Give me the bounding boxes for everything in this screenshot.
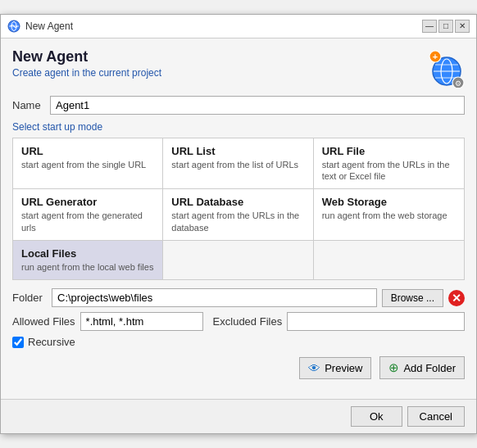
allowed-files-label: Allowed Files xyxy=(12,315,75,328)
add-folder-label: Add Folder xyxy=(403,362,456,374)
header-globe-icon: + ⚙ xyxy=(425,48,465,88)
minimize-button[interactable]: — xyxy=(422,20,437,33)
mode-url-generator-name: URL Generator xyxy=(21,196,154,208)
bottom-bar: Ok Cancel xyxy=(1,399,476,433)
titlebar-left: New Agent xyxy=(7,20,73,33)
name-input[interactable] xyxy=(50,96,465,115)
excluded-files-input[interactable] xyxy=(287,312,465,331)
delete-folder-button[interactable]: ✕ xyxy=(448,290,465,306)
mode-url-file-name: URL File xyxy=(322,145,456,157)
mode-url-list-name: URL List xyxy=(171,145,304,157)
recursive-row: Recursive xyxy=(12,336,465,348)
allowed-files-input[interactable] xyxy=(80,312,203,331)
titlebar: New Agent — □ ✕ xyxy=(1,15,476,38)
modes-grid: URL start agent from the single URL URL … xyxy=(12,138,465,280)
mode-web-storage-name: Web Storage xyxy=(322,196,456,208)
mode-empty-1 xyxy=(163,241,313,279)
select-mode-label: Select start up mode xyxy=(12,121,465,133)
mode-url-name: URL xyxy=(21,145,154,157)
close-button[interactable]: ✕ xyxy=(455,20,470,33)
folder-label: Folder xyxy=(12,292,47,304)
recursive-checkbox[interactable] xyxy=(12,337,24,348)
svg-text:⚙: ⚙ xyxy=(455,79,461,88)
window-icon xyxy=(7,20,20,33)
page-title: New Agent xyxy=(12,48,161,66)
recursive-label: Recursive xyxy=(28,336,75,348)
mode-url-desc: start agent from the single URL xyxy=(21,159,154,170)
content: New Agent Create agent in the current pr… xyxy=(1,38,476,399)
svg-text:+: + xyxy=(433,52,438,61)
preview-button[interactable]: 👁 Preview xyxy=(299,357,371,379)
folder-row: Folder Browse ... ✕ xyxy=(12,288,465,307)
mode-url-database-desc: start agent from the URLs in the databas… xyxy=(171,210,304,233)
mode-local-files-desc: run agent from the local web files xyxy=(21,261,154,273)
mode-web-storage-desc: run agent from the web storage xyxy=(322,210,456,221)
ok-button[interactable]: Ok xyxy=(351,406,402,427)
mode-local-files[interactable]: Local Files run agent from the local web… xyxy=(13,241,163,279)
mode-empty-2 xyxy=(314,241,464,279)
add-folder-button[interactable]: ⊕ Add Folder xyxy=(379,356,465,379)
cancel-button[interactable]: Cancel xyxy=(407,406,465,427)
mode-url-file-desc: start agent from the URLs in the text or… xyxy=(322,159,456,183)
name-row: Name xyxy=(12,96,465,115)
mode-url-generator-desc: start agent from the generated urls xyxy=(21,210,154,233)
page-subtitle: Create agent in the current project xyxy=(12,67,161,79)
preview-label: Preview xyxy=(325,362,362,374)
page-header: New Agent Create agent in the current pr… xyxy=(12,48,465,88)
plus-circle-icon: ⊕ xyxy=(388,360,399,375)
new-agent-window: New Agent — □ ✕ New Agent Create agent i… xyxy=(0,14,477,434)
mode-url-file[interactable]: URL File start agent from the URLs in th… xyxy=(314,138,464,190)
mode-url-database[interactable]: URL Database start agent from the URLs i… xyxy=(163,189,313,241)
name-label: Name xyxy=(12,99,43,111)
mode-web-storage[interactable]: Web Storage run agent from the web stora… xyxy=(314,189,464,241)
mode-url-generator[interactable]: URL Generator start agent from the gener… xyxy=(13,189,163,241)
browse-button[interactable]: Browse ... xyxy=(382,289,443,307)
eye-icon: 👁 xyxy=(308,361,320,375)
maximize-button[interactable]: □ xyxy=(438,20,453,33)
window-title: New Agent xyxy=(25,20,73,32)
titlebar-controls: — □ ✕ xyxy=(422,20,470,33)
mode-url-database-name: URL Database xyxy=(171,196,304,208)
mode-url[interactable]: URL start agent from the single URL xyxy=(13,138,163,190)
mode-local-files-name: Local Files xyxy=(21,247,154,260)
mode-url-list[interactable]: URL List start agent from the list of UR… xyxy=(163,138,313,190)
page-title-block: New Agent Create agent in the current pr… xyxy=(12,48,161,79)
excluded-files-label: Excluded Files xyxy=(213,315,283,328)
mode-url-list-desc: start agent from the list of URLs xyxy=(171,159,304,170)
files-row: Allowed Files Excluded Files xyxy=(12,312,465,331)
action-row: 👁 Preview ⊕ Add Folder xyxy=(12,356,465,379)
folder-input[interactable] xyxy=(52,288,377,307)
